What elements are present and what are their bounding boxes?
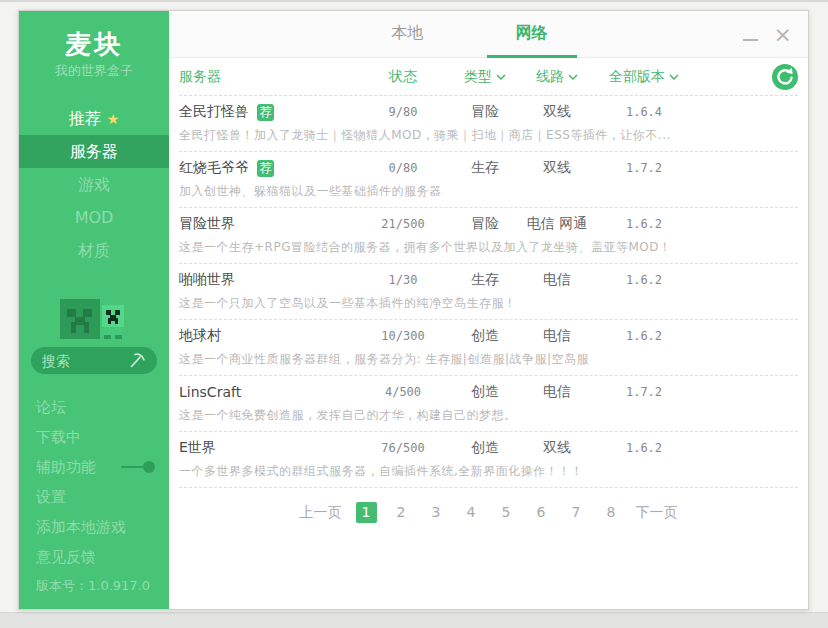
- server-type: 冒险: [448, 103, 522, 121]
- chevron-down-icon: [669, 74, 679, 80]
- app-window: 麦块 我的世界盒子 推荐★ 服务器 游戏 MOD 材质: [18, 10, 809, 610]
- sidebar-item-settings[interactable]: 设置: [19, 482, 169, 512]
- sidebar-item-servers[interactable]: 服务器: [19, 135, 169, 168]
- server-name: 啪啪世界: [179, 271, 235, 289]
- server-status: 4/500: [358, 385, 448, 399]
- version-label: 版本号：1.0.917.0: [19, 577, 169, 609]
- desktop-bottom-strip: [0, 612, 828, 628]
- server-description: 这是一个商业性质服务器群组，服务器分为: 生存服|创造服|战争服|空岛服: [179, 351, 798, 368]
- server-status: 9/80: [358, 105, 448, 119]
- server-type: 生存: [448, 271, 522, 289]
- page-number[interactable]: 4: [461, 502, 482, 523]
- header-label: 全部版本: [609, 68, 665, 84]
- server-version: 1.6.2: [592, 217, 696, 231]
- refresh-icon[interactable]: [772, 64, 798, 90]
- sidebar-item-games[interactable]: 游戏: [19, 168, 169, 201]
- server-line: 电信 网通: [522, 215, 592, 233]
- page-number[interactable]: 1: [356, 502, 377, 523]
- chevron-down-icon: [568, 74, 578, 80]
- server-version: 1.6.2: [592, 329, 696, 343]
- sidebar-item-label: 推荐: [69, 109, 101, 128]
- chevron-down-icon: [496, 74, 506, 80]
- minimize-button[interactable]: [743, 27, 758, 43]
- server-line: 电信: [522, 327, 592, 345]
- server-row[interactable]: 全民打怪兽 荐 9/80 冒险 双线 1.6.4 全民打怪兽！加入了龙骑士｜怪物…: [179, 96, 798, 152]
- server-description: 一个多世界多模式的群组式服务器，自编插件系统,全新界面化操作！！！: [179, 463, 798, 480]
- server-row[interactable]: 冒险世界 21/500 冒险 电信 网通 1.6.2 这是一个生存+RPG冒险结…: [179, 208, 798, 264]
- page-number[interactable]: 6: [531, 502, 552, 523]
- server-description: 这是一个只加入了空岛以及一些基本插件的纯净空岛生存服！: [179, 295, 798, 312]
- header-label: 线路: [536, 68, 564, 84]
- server-line: 电信: [522, 271, 592, 289]
- window-controls: ×: [743, 11, 792, 58]
- server-version: 1.7.2: [592, 161, 696, 175]
- tab-network[interactable]: 网络: [487, 11, 577, 58]
- main-panel: 本地 网络 × 服务器 状态 类型 线路 全部版本: [169, 11, 808, 609]
- sidebar-item-feedback[interactable]: 意见反馈: [19, 542, 169, 572]
- server-name: LinsCraft: [179, 384, 241, 400]
- header-server: 服务器: [179, 68, 358, 86]
- sidebar: 麦块 我的世界盒子 推荐★ 服务器 游戏 MOD 材质: [19, 11, 169, 609]
- server-version: 1.6.2: [592, 441, 696, 455]
- server-version: 1.6.2: [592, 273, 696, 287]
- server-status: 0/80: [358, 161, 448, 175]
- page-number[interactable]: 3: [426, 502, 447, 523]
- sidebar-item-assist[interactable]: 辅助功能: [19, 452, 169, 482]
- sidebar-item-mod[interactable]: MOD: [19, 201, 169, 234]
- server-row[interactable]: 啪啪世界 1/30 生存 电信 1.6.2 这是一个只加入了空岛以及一些基本插件…: [179, 264, 798, 320]
- server-version: 1.7.2: [592, 385, 696, 399]
- pagination-pages: 12345678: [356, 502, 622, 523]
- server-row[interactable]: 地球村 10/300 创造 电信 1.6.2 这是一个商业性质服务器群组，服务器…: [179, 320, 798, 376]
- server-status: 1/30: [358, 273, 448, 287]
- search-box[interactable]: [31, 347, 157, 374]
- table-header: 服务器 状态 类型 线路 全部版本: [179, 58, 798, 96]
- server-description: 这是一个纯免费创造服，发挥自己的才华，构建自己的梦想。: [179, 407, 798, 424]
- page-number[interactable]: 5: [496, 502, 517, 523]
- header-version-filter[interactable]: 全部版本: [592, 68, 696, 86]
- page-number[interactable]: 7: [566, 502, 587, 523]
- server-type: 生存: [448, 159, 522, 177]
- page-number[interactable]: 8: [601, 502, 622, 523]
- sidebar-item-textures[interactable]: 材质: [19, 234, 169, 267]
- server-name: 地球村: [179, 327, 221, 345]
- server-status: 76/500: [358, 441, 448, 455]
- prev-page-button[interactable]: 上一页: [300, 504, 342, 522]
- sidebar-item-label: 辅助功能: [36, 452, 96, 482]
- next-page-button[interactable]: 下一页: [636, 504, 678, 522]
- toggle-knob-icon: [143, 461, 155, 473]
- desktop-top-strip: [0, 0, 828, 2]
- server-status: 21/500: [358, 217, 448, 231]
- server-description: 全民打怪兽！加入了龙骑士｜怪物猎人MOD，骑乘｜扫地｜商店｜ESS等插件，让你不…: [179, 127, 798, 144]
- server-description: 加入创世神、躲猫猫以及一些基础插件的服务器: [179, 183, 798, 200]
- server-line: 双线: [522, 159, 592, 177]
- server-row[interactable]: 红烧毛爷爷 荐 0/80 生存 双线 1.7.2 加入创世神、躲猫猫以及一些基础…: [179, 152, 798, 208]
- server-name: 红烧毛爷爷: [179, 159, 249, 177]
- server-name: E世界: [179, 439, 216, 457]
- sidebar-item-downloading[interactable]: 下载中: [19, 422, 169, 452]
- sidebar-item-recommended[interactable]: 推荐★: [19, 102, 169, 135]
- server-line: 双线: [522, 439, 592, 457]
- recommended-badge: 荐: [257, 104, 274, 121]
- server-type: 冒险: [448, 215, 522, 233]
- sidebar-item-add-local-game[interactable]: 添加本地游戏: [19, 512, 169, 542]
- header-status: 状态: [358, 68, 448, 86]
- sidebar-nav: 推荐★ 服务器 游戏 MOD 材质: [19, 102, 169, 267]
- tab-bar: 本地 网络 ×: [169, 11, 808, 58]
- sidebar-item-forum[interactable]: 论坛: [19, 392, 169, 422]
- pickaxe-icon[interactable]: [129, 352, 146, 369]
- server-line: 双线: [522, 103, 592, 121]
- assist-toggle[interactable]: [121, 461, 155, 473]
- server-row[interactable]: LinsCraft 4/500 创造 电信 1.7.2 这是一个纯免费创造服，发…: [179, 376, 798, 432]
- app-logo: 麦块: [19, 29, 169, 59]
- sidebar-secondary-nav: 论坛 下载中 辅助功能 设置 添加本地游戏 意见反馈: [19, 392, 169, 572]
- header-type-filter[interactable]: 类型: [448, 68, 522, 86]
- server-row[interactable]: E世界 76/500 创造 双线 1.6.2 一个多世界多模式的群组式服务器，自…: [179, 432, 798, 488]
- tab-local[interactable]: 本地: [363, 11, 453, 58]
- header-line-filter[interactable]: 线路: [522, 68, 592, 86]
- server-name: 全民打怪兽: [179, 103, 249, 121]
- close-button[interactable]: ×: [774, 25, 792, 45]
- server-description: 这是一个生存+RPG冒险结合的服务器，拥有多个世界以及加入了龙坐骑、盖亚等MOD…: [179, 239, 798, 256]
- server-list-panel: 服务器 状态 类型 线路 全部版本: [169, 58, 808, 609]
- page-number[interactable]: 2: [391, 502, 412, 523]
- search-input[interactable]: [42, 353, 129, 369]
